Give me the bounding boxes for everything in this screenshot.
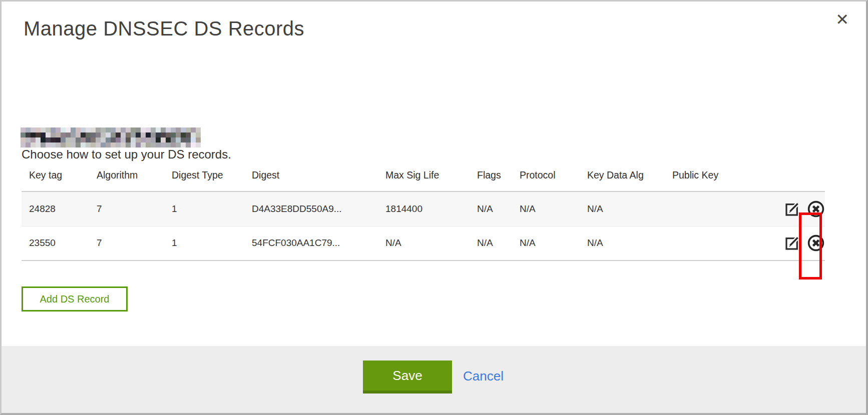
column-header-digest-type: Digest Type: [164, 168, 244, 192]
save-button[interactable]: Save: [363, 360, 452, 394]
table-row: 23550 7 1 54FCF030AA1C79... N/A N/A N/A …: [22, 226, 825, 260]
instruction-text: Choose how to set up your DS records.: [22, 148, 231, 162]
cell-flags: N/A: [470, 226, 512, 260]
column-header-public-key: Public Key: [665, 168, 765, 192]
column-header-actions: [765, 168, 825, 192]
cell-public-key: [665, 226, 765, 260]
manage-dnssec-modal: Manage DNSSEC DS Records ✕ Choose how to…: [0, 0, 868, 415]
cell-actions: [765, 226, 825, 260]
edit-icon[interactable]: [784, 201, 800, 217]
cell-digest: D4A33E8DD550A9...: [244, 192, 378, 226]
cell-max-sig-life: 1814400: [378, 192, 470, 226]
column-header-key-data-alg: Key Data Alg: [580, 168, 665, 192]
cell-algorithm: 7: [89, 226, 164, 260]
cell-flags: N/A: [470, 192, 512, 226]
column-header-max-sig-life: Max Sig Life: [378, 168, 470, 192]
cell-protocol: N/A: [512, 226, 580, 260]
table-header-row: Key tag Algorithm Digest Type Digest Max…: [22, 168, 825, 192]
table-row: 24828 7 1 D4A33E8DD550A9... 1814400 N/A …: [22, 192, 825, 226]
redacted-domain-name: [21, 128, 201, 148]
cell-key-data-alg: N/A: [580, 192, 665, 226]
column-header-flags: Flags: [470, 168, 512, 192]
cell-public-key: [665, 192, 765, 226]
cell-key-tag: 23550: [22, 226, 89, 260]
close-icon[interactable]: ✕: [835, 12, 849, 28]
cell-digest-type: 1: [164, 226, 244, 260]
page-title: Manage DNSSEC DS Records: [24, 18, 304, 40]
add-ds-record-button[interactable]: Add DS Record: [22, 286, 128, 312]
modal-footer: Save Cancel: [2, 346, 866, 413]
cell-algorithm: 7: [89, 192, 164, 226]
delete-icon[interactable]: [807, 234, 825, 252]
cell-actions: [765, 192, 825, 226]
edit-icon[interactable]: [784, 235, 800, 251]
cell-digest-type: 1: [164, 192, 244, 226]
cancel-button[interactable]: Cancel: [463, 368, 504, 384]
column-header-algorithm: Algorithm: [89, 168, 164, 192]
delete-icon[interactable]: [807, 200, 825, 218]
ds-records-table: Key tag Algorithm Digest Type Digest Max…: [22, 168, 825, 261]
cell-max-sig-life: N/A: [378, 226, 470, 260]
cell-key-tag: 24828: [22, 192, 89, 226]
cell-key-data-alg: N/A: [580, 226, 665, 260]
cell-digest: 54FCF030AA1C79...: [244, 226, 378, 260]
column-header-key-tag: Key tag: [22, 168, 89, 192]
column-header-digest: Digest: [244, 168, 378, 192]
column-header-protocol: Protocol: [512, 168, 580, 192]
cell-protocol: N/A: [512, 192, 580, 226]
